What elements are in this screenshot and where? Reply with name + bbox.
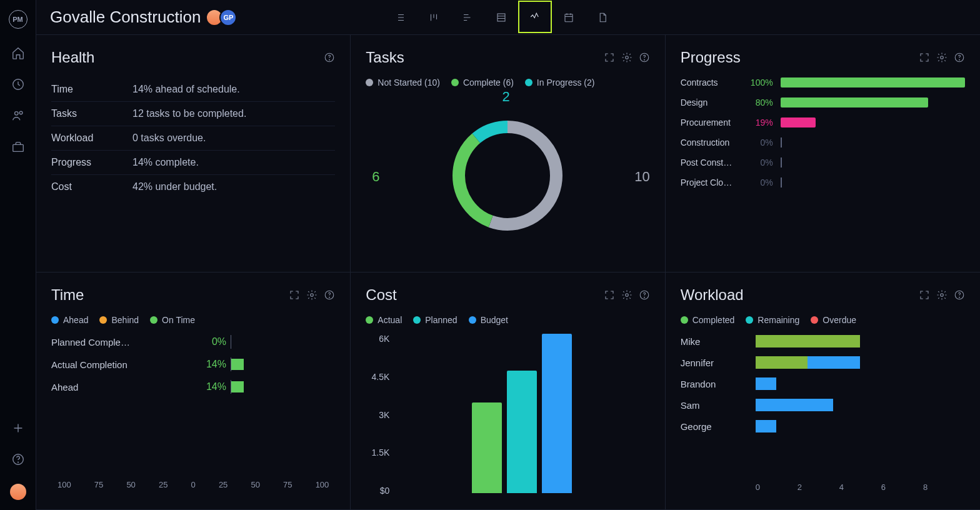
view-list-icon[interactable] <box>383 1 417 34</box>
workload-bar <box>756 399 965 411</box>
expand-icon[interactable] <box>604 52 615 63</box>
gear-icon[interactable] <box>936 52 948 63</box>
workload-bar <box>756 335 965 348</box>
workload-row: Brandon <box>681 378 965 390</box>
view-dashboard-icon[interactable] <box>518 1 552 33</box>
legend-item: Planned <box>413 315 457 325</box>
svg-point-10 <box>625 56 628 59</box>
progress-pct: 19% <box>747 118 773 128</box>
progress-label: Post Const… <box>681 158 739 168</box>
health-label: Time <box>51 84 132 95</box>
gear-icon[interactable] <box>621 52 632 63</box>
svg-point-12 <box>644 59 644 60</box>
workload-seg <box>808 356 860 369</box>
legend-dot <box>746 316 753 324</box>
view-gantt-icon[interactable] <box>451 1 484 34</box>
time-bar <box>226 381 326 392</box>
legend-label: Overdue <box>822 315 856 325</box>
progress-row: Contracts100% <box>681 78 965 88</box>
nav-rail: PM <box>0 0 36 510</box>
health-value: 42% under budget. <box>132 181 217 192</box>
progress-pct: 0% <box>747 158 773 168</box>
help-icon[interactable] <box>954 52 965 63</box>
legend-dot <box>366 79 373 86</box>
donut-label-in-progress: 2 <box>502 89 509 105</box>
progress-label: Design <box>681 98 739 108</box>
axis-tick: 75 <box>94 480 103 489</box>
health-label: Tasks <box>51 108 132 119</box>
user-avatar[interactable] <box>10 484 26 500</box>
progress-row: Project Clo…0% <box>681 178 965 188</box>
briefcase-icon[interactable] <box>11 140 25 154</box>
progress-label: Procurement <box>681 118 739 128</box>
health-row: Time14% ahead of schedule. <box>51 78 335 102</box>
legend-dot <box>366 316 373 324</box>
axis-tick: 2 <box>798 482 839 492</box>
progress-bar <box>781 118 965 128</box>
panel-tasks: Tasks Not Started (10)Complete (6)In Pro… <box>351 35 665 272</box>
gear-icon[interactable] <box>306 289 318 301</box>
help-icon[interactable] <box>11 452 25 466</box>
avatar-initials: GP <box>219 9 237 26</box>
health-value: 14% complete. <box>132 157 199 168</box>
health-row: Progress14% complete. <box>51 151 335 175</box>
help-icon[interactable] <box>324 52 335 63</box>
svg-point-19 <box>311 294 314 297</box>
legend-item: Not Started (10) <box>366 78 440 88</box>
view-sheet-icon[interactable] <box>484 1 518 34</box>
expand-icon[interactable] <box>919 289 930 301</box>
workload-bar <box>756 356 965 369</box>
view-board-icon[interactable] <box>417 1 451 34</box>
app-logo-text: PM <box>12 16 23 23</box>
legend-dot <box>811 316 818 324</box>
axis-tick: 1.5K <box>366 448 389 458</box>
time-label: Ahead <box>51 382 195 392</box>
help-icon[interactable] <box>954 289 965 301</box>
workload-row: Mike <box>681 335 965 348</box>
home-icon[interactable] <box>11 46 25 60</box>
clock-icon[interactable] <box>11 78 25 91</box>
view-calendar-icon[interactable] <box>552 1 586 34</box>
health-row: Tasks12 tasks to be completed. <box>51 102 335 126</box>
time-row: Actual Completion14% <box>51 359 335 370</box>
svg-point-16 <box>941 56 944 59</box>
legend-item: In Progress (2) <box>525 78 595 88</box>
gear-icon[interactable] <box>621 289 632 301</box>
panel-title: Workload <box>681 286 744 304</box>
expand-icon[interactable] <box>604 289 615 301</box>
panel-progress: Progress Contracts100%Design80%Procureme… <box>666 35 980 272</box>
workload-row: Sam <box>681 399 965 411</box>
axis-tick: 25 <box>159 480 168 489</box>
expand-icon[interactable] <box>289 289 300 301</box>
cost-bar <box>472 402 502 493</box>
cost-bar <box>507 371 537 493</box>
cost-bar-chart: 6K4.5K3K1.5K$0 <box>366 334 649 496</box>
axis-tick: 25 <box>219 480 228 489</box>
time-label: Actual Completion <box>51 359 195 370</box>
team-icon[interactable] <box>11 109 25 122</box>
topbar: Govalle Construction GP <box>36 0 980 35</box>
axis-tick: $0 <box>366 486 389 496</box>
add-icon[interactable] <box>11 421 25 435</box>
progress-bar <box>781 98 965 108</box>
workload-bar <box>756 378 965 390</box>
health-row: Cost42% under budget. <box>51 175 335 199</box>
help-icon[interactable] <box>639 289 650 301</box>
svg-point-25 <box>941 294 944 297</box>
project-members[interactable]: GP <box>209 9 237 26</box>
app-logo[interactable]: PM <box>9 10 28 29</box>
legend-label: Not Started (10) <box>378 78 440 88</box>
help-icon[interactable] <box>639 52 650 63</box>
workload-seg <box>756 335 861 348</box>
workload-label: Brandon <box>681 379 756 389</box>
help-icon[interactable] <box>324 289 335 301</box>
svg-point-21 <box>329 297 330 298</box>
progress-row: Construction0% <box>681 138 965 148</box>
legend-label: On Time <box>162 315 195 325</box>
axis-tick: 4.5K <box>366 372 389 382</box>
panel-time: Time AheadBehindOn Time Planned Comple…0… <box>36 272 351 510</box>
expand-icon[interactable] <box>919 52 930 63</box>
view-file-icon[interactable] <box>586 1 619 34</box>
svg-rect-3 <box>12 144 23 151</box>
gear-icon[interactable] <box>936 289 948 301</box>
